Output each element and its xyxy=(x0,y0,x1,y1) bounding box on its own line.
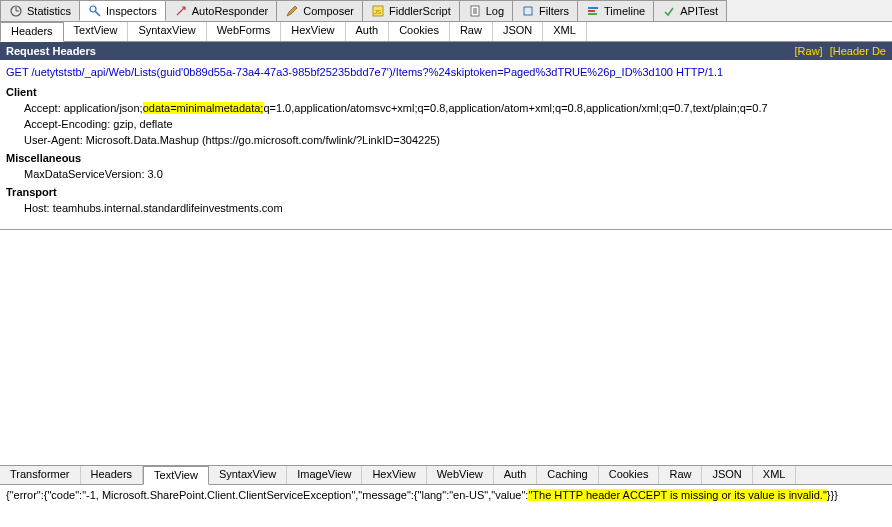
accept-prefix: Accept: application/json; xyxy=(24,102,143,114)
request-headers-content: GET /uetytststb/_api/Web/Lists(guid'0b89… xyxy=(0,60,892,230)
section-client: Client xyxy=(6,84,886,100)
response-prefix: {"error":{"code":"-1, Microsoft.SharePoi… xyxy=(6,489,528,501)
header-accept: Accept: application/json;odata=minimalme… xyxy=(6,100,886,116)
request-sub-tabs: Headers TextView SyntaxView WebForms Hex… xyxy=(0,22,892,42)
splitter-space[interactable] xyxy=(0,230,892,465)
request-headers-bar: Request Headers [Raw] [Header De xyxy=(0,42,892,60)
header-links: [Raw] [Header De xyxy=(791,45,886,57)
tab-statistics[interactable]: Statistics xyxy=(0,0,80,21)
resp-tab-imageview[interactable]: ImageView xyxy=(287,466,362,484)
req-tab-webforms[interactable]: WebForms xyxy=(207,22,282,41)
tab-fiddlerscript[interactable]: JS FiddlerScript xyxy=(362,0,460,21)
header-host: Host: teamhubs.internal.standardlifeinve… xyxy=(6,200,886,216)
resp-tab-caching[interactable]: Caching xyxy=(537,466,598,484)
filters-icon xyxy=(521,4,535,18)
resp-tab-auth[interactable]: Auth xyxy=(494,466,538,484)
section-transport: Transport xyxy=(6,184,886,200)
raw-link[interactable]: [Raw] xyxy=(795,45,823,57)
resp-tab-xml[interactable]: XML xyxy=(753,466,797,484)
tab-composer[interactable]: Composer xyxy=(276,0,363,21)
req-tab-json[interactable]: JSON xyxy=(493,22,543,41)
tab-label: Filters xyxy=(539,5,569,17)
tab-label: FiddlerScript xyxy=(389,5,451,17)
composer-icon xyxy=(285,4,299,18)
statistics-icon xyxy=(9,4,23,18)
resp-tab-hexview[interactable]: HexView xyxy=(362,466,426,484)
resp-tab-textview[interactable]: TextView xyxy=(143,466,209,485)
svg-point-3 xyxy=(90,6,96,12)
section-misc: Miscellaneous xyxy=(6,150,886,166)
response-suffix: }}} xyxy=(827,489,838,501)
log-icon xyxy=(468,4,482,18)
inspectors-icon xyxy=(88,4,102,18)
resp-tab-syntaxview[interactable]: SyntaxView xyxy=(209,466,287,484)
tab-timeline[interactable]: Timeline xyxy=(577,0,654,21)
req-tab-xml[interactable]: XML xyxy=(543,22,587,41)
tab-apitest[interactable]: APITest xyxy=(653,0,727,21)
req-tab-textview[interactable]: TextView xyxy=(64,22,129,41)
tab-label: Statistics xyxy=(27,5,71,17)
req-tab-hexview[interactable]: HexView xyxy=(281,22,345,41)
response-textview[interactable]: {"error":{"code":"-1, Microsoft.SharePoi… xyxy=(0,485,892,527)
tab-label: APITest xyxy=(680,5,718,17)
accept-suffix: q=1.0,application/atomsvc+xml;q=0.8,appl… xyxy=(263,102,767,114)
fiddlerscript-icon: JS xyxy=(371,4,385,18)
resp-tab-cookies[interactable]: Cookies xyxy=(599,466,660,484)
req-tab-syntaxview[interactable]: SyntaxView xyxy=(128,22,206,41)
header-accept-encoding: Accept-Encoding: gzip, deflate xyxy=(6,116,886,132)
header-definitions-link[interactable]: [Header De xyxy=(830,45,886,57)
request-headers-title: Request Headers xyxy=(6,45,96,57)
req-tab-auth[interactable]: Auth xyxy=(346,22,390,41)
resp-tab-raw[interactable]: Raw xyxy=(659,466,702,484)
tab-label: AutoResponder xyxy=(192,5,268,17)
header-maxdataserviceversion: MaxDataServiceVersion: 3.0 xyxy=(6,166,886,182)
svg-text:JS: JS xyxy=(374,9,381,15)
tab-autoresponder[interactable]: AutoResponder xyxy=(165,0,277,21)
req-tab-headers[interactable]: Headers xyxy=(0,22,64,42)
resp-tab-webview[interactable]: WebView xyxy=(427,466,494,484)
req-tab-raw[interactable]: Raw xyxy=(450,22,493,41)
resp-tab-json[interactable]: JSON xyxy=(702,466,752,484)
timeline-icon xyxy=(586,4,600,18)
svg-rect-11 xyxy=(524,7,532,15)
apitest-icon xyxy=(662,4,676,18)
resp-tab-transformer[interactable]: Transformer xyxy=(0,466,81,484)
tab-label: Timeline xyxy=(604,5,645,17)
tab-inspectors[interactable]: Inspectors xyxy=(79,0,166,21)
tab-label: Inspectors xyxy=(106,5,157,17)
header-user-agent: User-Agent: Microsoft.Data.Mashup (https… xyxy=(6,132,886,148)
svg-line-4 xyxy=(96,11,101,16)
resp-tab-headers[interactable]: Headers xyxy=(81,466,144,484)
response-highlight: "The HTTP header ACCEPT is missing or it… xyxy=(528,489,826,501)
accept-highlight: odata=minimalmetadata; xyxy=(143,102,264,114)
autoresponder-icon xyxy=(174,4,188,18)
tab-log[interactable]: Log xyxy=(459,0,513,21)
tab-filters[interactable]: Filters xyxy=(512,0,578,21)
response-sub-tabs: Transformer Headers TextView SyntaxView … xyxy=(0,465,892,485)
tab-label: Composer xyxy=(303,5,354,17)
req-tab-cookies[interactable]: Cookies xyxy=(389,22,450,41)
top-tab-bar: Statistics Inspectors AutoResponder Comp… xyxy=(0,0,892,22)
request-line: GET /uetytststb/_api/Web/Lists(guid'0b89… xyxy=(6,64,886,80)
tab-label: Log xyxy=(486,5,504,17)
